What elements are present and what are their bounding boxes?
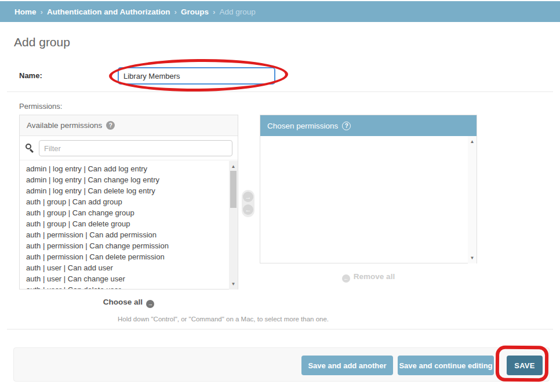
permission-option[interactable]: auth | permission | Can delete permissio… (26, 251, 223, 262)
submit-row: Save and add another Save and continue e… (13, 347, 550, 382)
divider (7, 329, 553, 329)
available-list-scrollbar[interactable]: ▲ ▼ (229, 161, 238, 290)
breadcrumb-separator: › (41, 8, 43, 16)
help-icon[interactable]: ? (106, 121, 115, 130)
name-input[interactable] (118, 67, 275, 85)
scrollbar-thumb[interactable] (230, 171, 237, 208)
selector-chooser: → ← (242, 190, 254, 217)
scrollbar-up-icon[interactable]: ▲ (468, 137, 477, 146)
permission-option[interactable]: auth | user | Can delete user (26, 284, 223, 289)
breadcrumb-link-auth[interactable]: Authentication and Authorization (47, 8, 170, 16)
chosen-permissions-title: Chosen permissions (267, 122, 338, 130)
divider (7, 91, 553, 92)
help-icon[interactable]: ? (342, 122, 351, 130)
save-button[interactable]: SAVE (507, 356, 543, 375)
chosen-permissions-list[interactable]: ▲ ▼ (260, 136, 477, 263)
permission-option[interactable]: auth | permission | Can add permission (26, 229, 223, 240)
choose-all-label: Choose all (103, 298, 143, 306)
chosen-permissions-header: Chosen permissions ? (260, 115, 477, 136)
page-title: Add group (14, 35, 70, 49)
breadcrumb-link-groups[interactable]: Groups (181, 8, 209, 16)
breadcrumb-separator: › (174, 8, 177, 16)
breadcrumb-current: Add group (220, 8, 256, 16)
available-permissions-list[interactable]: admin | log entry | Can add log entryadm… (20, 160, 238, 289)
permission-option[interactable]: auth | user | Can add user (26, 262, 223, 273)
filter-row (20, 136, 238, 160)
available-permissions-panel: Available permissions ? admin | log entr… (19, 115, 238, 290)
choose-all-arrow-icon: → (146, 300, 154, 308)
remove-all-arrow-icon: ← (342, 274, 350, 283)
permissions-label: Permissions: (19, 102, 62, 111)
permission-option[interactable]: auth | group | Can add group (26, 196, 223, 207)
breadcrumb-link-home[interactable]: Home (14, 8, 37, 16)
choose-all-link[interactable]: Choose all→ (19, 298, 238, 308)
available-permissions-header: Available permissions ? (20, 115, 238, 136)
chosen-permissions-panel: Chosen permissions ? ▲ ▼ (260, 115, 477, 263)
breadcrumb: Home › Authentication and Authorization … (0, 1, 560, 22)
scrollbar-up-icon[interactable]: ▲ (229, 162, 238, 171)
scrollbar-down-icon[interactable]: ▼ (229, 280, 238, 288)
scrollbar-down-icon[interactable]: ▼ (468, 254, 477, 262)
permission-option[interactable]: admin | log entry | Can change log entry (26, 174, 223, 185)
add-group-page: Home › Authentication and Authorization … (0, 0, 560, 392)
available-permissions-title: Available permissions (27, 121, 102, 130)
permission-option[interactable]: auth | group | Can change group (26, 207, 223, 218)
selector-help-text: Hold down "Control", or "Command" on a M… (118, 316, 329, 323)
remove-arrow-icon[interactable]: ← (243, 204, 253, 215)
search-icon (26, 144, 35, 153)
permission-option[interactable]: auth | user | Can change user (26, 273, 223, 284)
permission-option[interactable]: admin | log entry | Can delete log entry (26, 185, 223, 196)
permission-option[interactable]: admin | log entry | Can add log entry (26, 163, 223, 174)
permission-option[interactable]: auth | permission | Can change permissio… (26, 240, 223, 251)
remove-all-link[interactable]: ←Remove all (260, 272, 477, 283)
chosen-list-scrollbar[interactable]: ▲ ▼ (468, 136, 477, 263)
save-and-continue-button[interactable]: Save and continue editing (398, 356, 494, 375)
save-and-add-another-button[interactable]: Save and add another (301, 356, 393, 375)
name-label: Name: (19, 71, 42, 80)
filter-input[interactable] (39, 140, 232, 156)
permission-option[interactable]: auth | group | Can delete group (26, 218, 223, 229)
breadcrumb-separator: › (213, 8, 216, 16)
choose-arrow-icon[interactable]: → (243, 192, 253, 202)
remove-all-label: Remove all (354, 272, 395, 281)
